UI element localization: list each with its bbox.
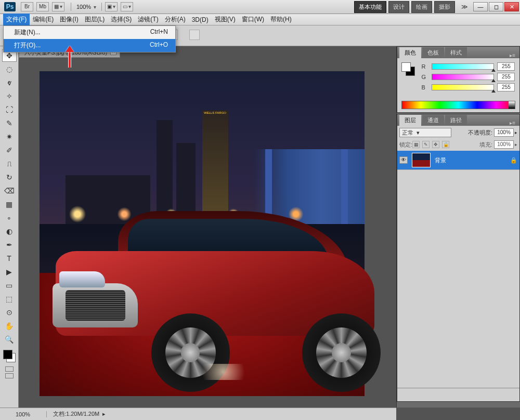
menu-view[interactable]: 视图(V) <box>212 14 239 25</box>
r-value[interactable]: 255 <box>497 62 515 71</box>
layer-row-background[interactable]: 👁 背景 🔒 <box>397 151 519 169</box>
right-panels: 颜色 色板 样式 ▸≡ R 255 G <box>396 46 520 408</box>
minibridge-button[interactable]: Mb <box>36 2 49 11</box>
panel-menu-icon[interactable]: ▸≡ <box>508 120 517 126</box>
auto-align-icon[interactable] <box>189 30 200 40</box>
tab-paths[interactable]: 路径 <box>445 115 467 126</box>
tab-channels[interactable]: 通道 <box>422 115 444 126</box>
workspace-painting[interactable]: 绘画 <box>411 1 432 13</box>
opacity-flyout-icon[interactable]: ▸ <box>515 130 517 135</box>
brush-tool[interactable]: ✐ <box>2 144 17 156</box>
tab-color[interactable]: 颜色 <box>399 47 421 58</box>
lock-position-icon[interactable]: ✥ <box>432 141 439 148</box>
main-area: ✥ ◌ ⱴ ✧ ⛶ ✎ ✷ ✐ ⎍ ↻ ⌫ ▦ ∘ ◐ ✒ T ▶ ▭ ⬚ ⊙ … <box>0 46 520 408</box>
menu-image[interactable]: 图像(I) <box>57 14 81 25</box>
app-logo: Ps <box>4 2 16 11</box>
blend-mode-select[interactable]: 正常 ▾ <box>399 128 451 137</box>
menu-item-shortcut: Ctrl+O <box>150 41 168 50</box>
menu-filter[interactable]: 滤镜(T) <box>135 14 161 25</box>
crop-tool[interactable]: ⛶ <box>2 103 17 116</box>
status-zoom[interactable]: 100% <box>16 411 47 417</box>
quick-mask-toggle[interactable] <box>5 366 14 372</box>
arrange-button[interactable]: ▣▾ <box>105 2 118 11</box>
opacity-value[interactable]: 100% <box>494 128 514 137</box>
menu-item-open[interactable]: 打开(O)... Ctrl+O <box>4 39 175 52</box>
fill-flyout-icon[interactable]: ▸ <box>515 142 517 147</box>
minimize-button[interactable]: — <box>473 2 488 11</box>
file-menu-dropdown: 新建(N)... Ctrl+N 打开(O)... Ctrl+O <box>3 25 176 52</box>
lasso-tool[interactable]: ⱴ <box>2 76 17 89</box>
color-swatch[interactable] <box>401 62 415 76</box>
menu-bar: 文件(F) 编辑(E) 图像(I) 图层(L) 选择(S) 滤镜(T) 分析(A… <box>0 14 520 25</box>
menu-edit[interactable]: 编辑(E) <box>30 14 57 25</box>
marquee-tool[interactable]: ◌ <box>2 63 17 75</box>
healing-brush-tool[interactable]: ✷ <box>2 130 17 143</box>
layer-name: 背景 <box>435 156 446 164</box>
b-slider[interactable] <box>432 84 494 90</box>
annotation-arrow-icon <box>66 46 74 68</box>
eyedropper-tool[interactable]: ✎ <box>2 117 17 129</box>
g-value[interactable]: 255 <box>497 73 515 81</box>
tab-styles[interactable]: 样式 <box>445 47 467 58</box>
color-picker[interactable] <box>2 349 17 363</box>
blur-tool[interactable]: ∘ <box>2 212 17 224</box>
screen-mode-button[interactable]: ▭▾ <box>121 2 133 11</box>
maximize-button[interactable]: ◻ <box>489 2 503 11</box>
menu-item-new[interactable]: 新建(N)... Ctrl+N <box>4 26 175 39</box>
menu-3d[interactable]: 3D(D) <box>189 15 212 25</box>
lock-pixels-icon[interactable]: ✎ <box>422 141 430 148</box>
3d-camera-tool[interactable]: ⊙ <box>2 306 17 319</box>
path-selection-tool[interactable]: ▶ <box>2 266 17 278</box>
status-doc-info[interactable]: 文档:1.20M/1.20M ▸ <box>53 410 106 418</box>
bridge-button[interactable]: Br <box>21 2 33 11</box>
r-slider[interactable] <box>432 63 494 70</box>
menu-layer[interactable]: 图层(L) <box>82 14 108 25</box>
tab-swatches[interactable]: 色板 <box>422 47 444 58</box>
layer-thumbnail[interactable] <box>412 153 431 167</box>
hand-tool[interactable]: ✋ <box>2 320 17 332</box>
eraser-tool[interactable]: ⌫ <box>2 185 17 197</box>
panel-menu-icon[interactable]: ▸≡ <box>508 52 517 58</box>
menu-help[interactable]: 帮助(H) <box>267 14 295 25</box>
lock-transparency-icon[interactable]: ▦ <box>412 141 420 148</box>
tab-layers[interactable]: 图层 <box>399 115 421 126</box>
stamp-tool[interactable]: ⎍ <box>2 158 17 170</box>
visibility-toggle-icon[interactable]: 👁 <box>399 156 408 164</box>
b-label: B <box>421 84 428 90</box>
lock-label: 锁定: <box>399 141 412 149</box>
shape-tool[interactable]: ▭ <box>2 279 17 292</box>
canvas[interactable] <box>40 71 365 396</box>
status-bar: 100% 文档:1.20M/1.20M ▸ <box>0 408 396 420</box>
layers-footer <box>397 388 519 401</box>
more-workspaces-icon[interactable]: ≫ <box>461 3 468 10</box>
history-brush-tool[interactable]: ↻ <box>2 171 17 183</box>
workspace-essentials[interactable]: 基本功能 <box>354 1 386 13</box>
menu-file[interactable]: 文件(F) <box>3 14 30 25</box>
view-options-button[interactable]: ▦▾ <box>52 2 64 11</box>
lock-all-icon[interactable]: 🔒 <box>442 141 449 148</box>
magic-wand-tool[interactable]: ✧ <box>2 90 17 102</box>
pen-tool[interactable]: ✒ <box>2 239 17 251</box>
workspace-design[interactable]: 设计 <box>388 1 409 13</box>
menu-analysis[interactable]: 分析(A) <box>162 14 189 25</box>
menu-window[interactable]: 窗口(W) <box>239 14 267 25</box>
b-value[interactable]: 255 <box>497 83 515 91</box>
close-button[interactable]: ✕ <box>504 2 519 11</box>
g-slider[interactable] <box>432 74 494 80</box>
title-bar: Ps Br Mb ▦▾ 100% ▾ ▣▾ ▭▾ 基本功能 设计 绘画 摄影 ≫… <box>0 0 520 14</box>
dodge-tool[interactable]: ◐ <box>2 225 17 238</box>
spectrum-ramp[interactable] <box>401 101 515 109</box>
menu-item-shortcut: Ctrl+N <box>150 28 168 37</box>
zoom-display[interactable]: 100% ▾ <box>76 4 96 10</box>
type-tool[interactable]: T <box>2 252 17 265</box>
foreground-color[interactable] <box>3 350 12 359</box>
3d-tool[interactable]: ⬚ <box>2 293 17 305</box>
fill-value[interactable]: 100% <box>494 140 514 149</box>
canvas-area: 六小灵童PS.jpg @100%(RGB/8) × <box>19 46 396 408</box>
gradient-tool[interactable]: ▦ <box>2 198 17 211</box>
separator <box>101 3 102 11</box>
menu-select[interactable]: 选择(S) <box>108 14 135 25</box>
screen-mode-toggle[interactable] <box>5 373 14 378</box>
zoom-tool[interactable]: 🔍 <box>2 333 17 346</box>
workspace-photography[interactable]: 摄影 <box>434 1 455 13</box>
